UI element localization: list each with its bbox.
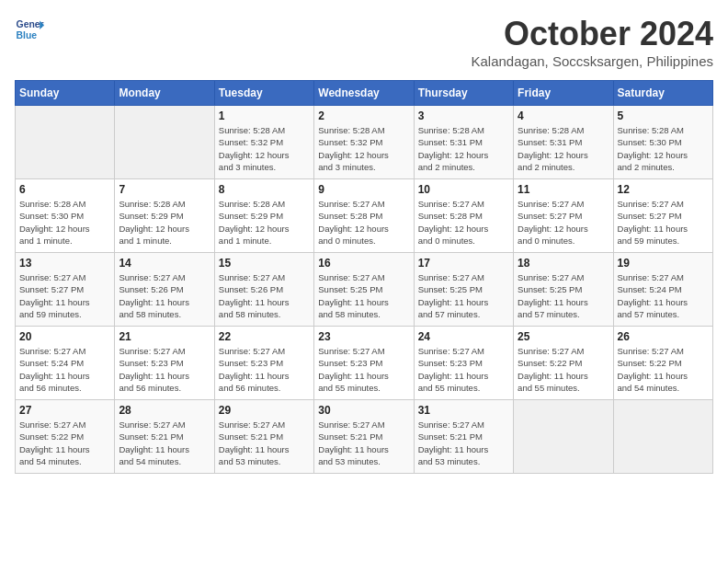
calendar-cell: 25Sunrise: 5:27 AM Sunset: 5:22 PM Dayli…: [514, 327, 613, 400]
calendar-cell: 17Sunrise: 5:27 AM Sunset: 5:25 PM Dayli…: [414, 253, 513, 327]
day-info: Sunrise: 5:27 AM Sunset: 5:21 PM Dayligh…: [119, 419, 210, 467]
week-row-1: 1Sunrise: 5:28 AM Sunset: 5:32 PM Daylig…: [16, 106, 713, 179]
day-number: 10: [418, 183, 509, 196]
day-number: 21: [119, 330, 210, 343]
calendar-cell: 8Sunrise: 5:28 AM Sunset: 5:29 PM Daylig…: [214, 179, 313, 253]
calendar-cell: 12Sunrise: 5:27 AM Sunset: 5:27 PM Dayli…: [613, 179, 712, 253]
day-info: Sunrise: 5:27 AM Sunset: 5:25 PM Dayligh…: [518, 271, 609, 320]
day-number: 27: [19, 404, 110, 417]
calendar-cell: 22Sunrise: 5:27 AM Sunset: 5:23 PM Dayli…: [214, 327, 313, 400]
day-number: 18: [518, 257, 609, 270]
day-info: Sunrise: 5:27 AM Sunset: 5:24 PM Dayligh…: [19, 345, 110, 394]
day-info: Sunrise: 5:27 AM Sunset: 5:21 PM Dayligh…: [418, 419, 509, 467]
calendar-cell: 2Sunrise: 5:28 AM Sunset: 5:32 PM Daylig…: [314, 106, 414, 179]
day-number: 4: [518, 109, 609, 122]
day-info: Sunrise: 5:27 AM Sunset: 5:24 PM Dayligh…: [618, 271, 709, 320]
calendar-cell: 27Sunrise: 5:27 AM Sunset: 5:22 PM Dayli…: [16, 400, 115, 474]
day-info: Sunrise: 5:27 AM Sunset: 5:23 PM Dayligh…: [418, 345, 509, 394]
day-number: 24: [418, 330, 509, 343]
logo-icon: General Blue: [15, 15, 44, 44]
day-number: 28: [119, 404, 210, 417]
calendar-cell: [115, 106, 214, 179]
day-number: 3: [418, 109, 509, 122]
day-info: Sunrise: 5:28 AM Sunset: 5:31 PM Dayligh…: [518, 124, 609, 173]
calendar-cell: 31Sunrise: 5:27 AM Sunset: 5:21 PM Dayli…: [414, 400, 513, 474]
calendar-cell: [16, 106, 115, 179]
day-info: Sunrise: 5:27 AM Sunset: 5:21 PM Dayligh…: [219, 419, 310, 467]
calendar-cell: 18Sunrise: 5:27 AM Sunset: 5:25 PM Dayli…: [514, 253, 613, 327]
calendar-cell: 1Sunrise: 5:28 AM Sunset: 5:32 PM Daylig…: [214, 106, 313, 179]
calendar-cell: [613, 400, 712, 474]
day-info: Sunrise: 5:27 AM Sunset: 5:25 PM Dayligh…: [318, 271, 409, 320]
location-subtitle: Kalandagan, Soccsksargen, Philippines: [471, 53, 713, 69]
calendar-cell: 7Sunrise: 5:28 AM Sunset: 5:29 PM Daylig…: [115, 179, 214, 253]
week-row-2: 6Sunrise: 5:28 AM Sunset: 5:30 PM Daylig…: [16, 179, 713, 253]
day-number: 15: [219, 257, 310, 270]
day-number: 17: [418, 257, 509, 270]
calendar-cell: 6Sunrise: 5:28 AM Sunset: 5:30 PM Daylig…: [16, 179, 115, 253]
day-info: Sunrise: 5:27 AM Sunset: 5:26 PM Dayligh…: [119, 271, 210, 320]
calendar-cell: 19Sunrise: 5:27 AM Sunset: 5:24 PM Dayli…: [613, 253, 712, 327]
weekday-header-wednesday: Wednesday: [314, 81, 414, 106]
logo: General Blue: [15, 15, 44, 44]
day-info: Sunrise: 5:27 AM Sunset: 5:23 PM Dayligh…: [119, 345, 210, 394]
calendar-cell: 9Sunrise: 5:27 AM Sunset: 5:28 PM Daylig…: [314, 179, 414, 253]
calendar-cell: 14Sunrise: 5:27 AM Sunset: 5:26 PM Dayli…: [115, 253, 214, 327]
calendar-cell: 23Sunrise: 5:27 AM Sunset: 5:23 PM Dayli…: [314, 327, 414, 400]
calendar-cell: 10Sunrise: 5:27 AM Sunset: 5:28 PM Dayli…: [414, 179, 513, 253]
day-number: 8: [219, 183, 310, 196]
calendar-cell: 15Sunrise: 5:27 AM Sunset: 5:26 PM Dayli…: [214, 253, 313, 327]
day-number: 11: [518, 183, 609, 196]
calendar-cell: 16Sunrise: 5:27 AM Sunset: 5:25 PM Dayli…: [314, 253, 414, 327]
day-number: 5: [618, 109, 709, 122]
day-info: Sunrise: 5:28 AM Sunset: 5:30 PM Dayligh…: [19, 198, 110, 247]
weekday-header-monday: Monday: [115, 81, 214, 106]
calendar-cell: 21Sunrise: 5:27 AM Sunset: 5:23 PM Dayli…: [115, 327, 214, 400]
day-number: 1: [219, 109, 310, 122]
weekday-header-friday: Friday: [514, 81, 613, 106]
calendar-cell: 5Sunrise: 5:28 AM Sunset: 5:30 PM Daylig…: [613, 106, 712, 179]
day-info: Sunrise: 5:28 AM Sunset: 5:29 PM Dayligh…: [119, 198, 210, 247]
calendar-cell: 24Sunrise: 5:27 AM Sunset: 5:23 PM Dayli…: [414, 327, 513, 400]
day-number: 26: [618, 330, 709, 343]
weekday-header-saturday: Saturday: [613, 81, 712, 106]
day-number: 14: [119, 257, 210, 270]
day-number: 6: [19, 183, 110, 196]
weekday-header-row: SundayMondayTuesdayWednesdayThursdayFrid…: [16, 81, 713, 106]
day-info: Sunrise: 5:27 AM Sunset: 5:23 PM Dayligh…: [318, 345, 409, 394]
day-info: Sunrise: 5:27 AM Sunset: 5:27 PM Dayligh…: [518, 198, 609, 247]
calendar-cell: 30Sunrise: 5:27 AM Sunset: 5:21 PM Dayli…: [314, 400, 414, 474]
day-info: Sunrise: 5:28 AM Sunset: 5:31 PM Dayligh…: [418, 124, 509, 173]
day-info: Sunrise: 5:27 AM Sunset: 5:22 PM Dayligh…: [618, 345, 709, 394]
day-info: Sunrise: 5:27 AM Sunset: 5:22 PM Dayligh…: [19, 419, 110, 467]
calendar-cell: 11Sunrise: 5:27 AM Sunset: 5:27 PM Dayli…: [514, 179, 613, 253]
day-number: 9: [318, 183, 409, 196]
day-number: 13: [19, 257, 110, 270]
day-number: 22: [219, 330, 310, 343]
day-number: 29: [219, 404, 310, 417]
day-number: 25: [518, 330, 609, 343]
calendar-cell: 4Sunrise: 5:28 AM Sunset: 5:31 PM Daylig…: [514, 106, 613, 179]
day-number: 16: [318, 257, 409, 270]
day-number: 23: [318, 330, 409, 343]
calendar-cell: 3Sunrise: 5:28 AM Sunset: 5:31 PM Daylig…: [414, 106, 513, 179]
weekday-header-thursday: Thursday: [414, 81, 513, 106]
day-info: Sunrise: 5:28 AM Sunset: 5:29 PM Dayligh…: [219, 198, 310, 247]
weekday-header-tuesday: Tuesday: [214, 81, 313, 106]
day-number: 31: [418, 404, 509, 417]
week-row-5: 27Sunrise: 5:27 AM Sunset: 5:22 PM Dayli…: [16, 400, 713, 474]
calendar-cell: 20Sunrise: 5:27 AM Sunset: 5:24 PM Dayli…: [16, 327, 115, 400]
week-row-3: 13Sunrise: 5:27 AM Sunset: 5:27 PM Dayli…: [16, 253, 713, 327]
day-number: 19: [618, 257, 709, 270]
calendar-cell: 13Sunrise: 5:27 AM Sunset: 5:27 PM Dayli…: [16, 253, 115, 327]
month-title: October 2024: [471, 15, 713, 53]
day-info: Sunrise: 5:27 AM Sunset: 5:27 PM Dayligh…: [618, 198, 709, 247]
day-info: Sunrise: 5:27 AM Sunset: 5:22 PM Dayligh…: [518, 345, 609, 394]
day-number: 12: [618, 183, 709, 196]
day-info: Sunrise: 5:27 AM Sunset: 5:28 PM Dayligh…: [418, 198, 509, 247]
day-number: 30: [318, 404, 409, 417]
day-info: Sunrise: 5:27 AM Sunset: 5:27 PM Dayligh…: [19, 271, 110, 320]
day-number: 20: [19, 330, 110, 343]
day-info: Sunrise: 5:27 AM Sunset: 5:26 PM Dayligh…: [219, 271, 310, 320]
weekday-header-sunday: Sunday: [16, 81, 115, 106]
